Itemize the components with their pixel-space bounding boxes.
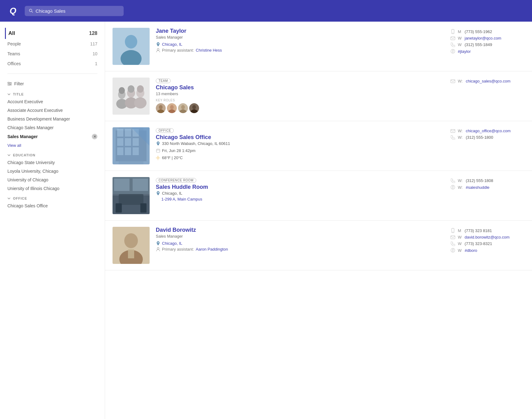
main-layout: All 128 People 117 Teams 10 Offices 1 — [0, 22, 532, 419]
key-role-avatar-2 — [167, 103, 177, 113]
conference-room-avatar — [113, 177, 150, 214]
office-weather-row: 68°F | 20°C — [156, 155, 444, 160]
meta-location-huddle: Chicago, IL — [156, 191, 444, 196]
contact-work-phone-jane-taylor: W (312) 555-1849 — [450, 42, 525, 47]
team-avatar — [113, 78, 150, 115]
remove-sales-manager-badge[interactable]: ✕ — [92, 134, 97, 139]
result-contact-chicago-sales-team: W: chicago_sales@qco.com — [450, 78, 525, 85]
filter-title-chicago-sales-manager[interactable]: Chicago Sales Manager — [0, 123, 105, 132]
team-badge: TEAM — [156, 78, 171, 83]
contact-email-office: W: chicago_office@qco.com — [450, 129, 525, 133]
svg-rect-50 — [125, 147, 131, 155]
filter-label: Filter — [14, 81, 24, 86]
svg-rect-49 — [117, 147, 123, 155]
location-icon-4 — [156, 241, 160, 246]
svg-rect-39 — [451, 80, 455, 83]
sidebar-people-label: People — [7, 41, 21, 46]
result-name-jane-taylor[interactable]: Jane Taylor — [156, 28, 444, 34]
svg-rect-44 — [125, 129, 131, 137]
skype-icon-3 — [450, 248, 455, 253]
phone-icon-4 — [450, 242, 455, 246]
filter-title-account-exec[interactable]: Account Executive — [0, 97, 105, 106]
key-roles-avatars — [156, 103, 444, 113]
result-main-jane-taylor: Jane Taylor Sales Manager Chicago, IL Pr… — [156, 28, 444, 53]
email-icon-2 — [450, 79, 455, 83]
result-meta-jane-taylor: Chicago, IL Primary assistant: Christine… — [156, 42, 444, 53]
sidebar-all-label: All — [8, 30, 15, 36]
result-sales-huddle-room: CONFERENCE ROOM Sales Huddle Room Chicag… — [105, 171, 532, 221]
sidebar-item-teams[interactable]: Teams 10 — [7, 49, 97, 59]
view-all-titles[interactable]: View all — [0, 141, 105, 150]
result-photo-chicago-sales-office — [113, 127, 150, 164]
meta-location-jane-taylor: Chicago, IL — [156, 42, 444, 47]
filter-edu-u-chicago[interactable]: University of Chicago — [0, 176, 105, 184]
svg-point-57 — [157, 157, 159, 159]
svg-point-12 — [157, 49, 159, 50]
sidebar-teams-label: Teams — [7, 51, 20, 56]
contact-skype-huddle: W: #saleshuddle — [450, 185, 525, 190]
app-logo: Q — [6, 4, 20, 18]
svg-rect-47 — [125, 138, 131, 146]
filter-edu-loyola[interactable]: Loyola University, Chicago — [0, 167, 105, 176]
filter-edu-chicago-state[interactable]: Chicago State University — [0, 158, 105, 167]
svg-point-6 — [10, 83, 11, 84]
result-chicago-sales-team: TEAM Chicago Sales 13 members KEY ROLES — [105, 71, 532, 121]
result-photo-chicago-sales-team — [113, 78, 150, 115]
sidebar-item-all[interactable]: All 128 — [5, 28, 97, 39]
result-title-david-borowitz: Sales Manager — [156, 234, 444, 239]
filter-row[interactable]: Filter — [0, 79, 105, 89]
email-icon-4 — [450, 235, 455, 239]
title-section-header[interactable]: TITLE — [0, 89, 105, 97]
svg-point-76 — [157, 248, 159, 249]
contact-email-chicago-sales: W: chicago_sales@qco.com — [450, 79, 525, 83]
search-input[interactable] — [36, 8, 119, 14]
search-bar[interactable] — [25, 6, 124, 16]
filter-edu-u-illinois[interactable]: Uniersity of Illinois Chicago — [0, 184, 105, 193]
result-name-chicago-sales[interactable]: Chicago Sales — [156, 84, 444, 91]
results-panel: Jane Taylor Sales Manager Chicago, IL Pr… — [105, 22, 532, 419]
mobile-icon-2 — [450, 228, 455, 233]
sidebar-offices-label: Offices — [7, 61, 21, 66]
result-jane-taylor: Jane Taylor Sales Manager Chicago, IL Pr… — [105, 22, 532, 71]
svg-point-0 — [29, 9, 32, 11]
office-section-header[interactable]: OFFICE — [0, 193, 105, 201]
svg-rect-70 — [133, 179, 148, 191]
person-icon-2 — [156, 247, 160, 252]
svg-point-25 — [128, 85, 134, 93]
result-name-chicago-sales-office[interactable]: Chicago Sales Office — [156, 134, 444, 141]
phone-icon-2 — [450, 135, 455, 140]
result-contact-chicago-sales-office: W: chicago_office@qco.com W: (312) 555-1… — [450, 127, 525, 142]
header: Q — [0, 0, 532, 22]
svg-point-28 — [159, 105, 163, 109]
result-name-sales-huddle-room[interactable]: Sales Huddle Room — [156, 184, 444, 190]
sidebar-item-offices[interactable]: Offices 1 — [7, 59, 97, 69]
svg-rect-65 — [119, 194, 143, 205]
filter-title-biz-dev-manager[interactable]: Business Development Manager — [0, 115, 105, 123]
filter-title-assoc-account-exec[interactable]: Associate Account Executive — [0, 106, 105, 115]
svg-point-31 — [170, 105, 174, 109]
result-photo-sales-huddle-room — [113, 177, 150, 214]
result-main-chicago-sales-office: OFFICE Chicago Sales Office 330 North Wa… — [156, 127, 444, 161]
chevron-down-icon-2 — [7, 154, 11, 156]
svg-rect-79 — [451, 236, 455, 239]
result-main-david-borowitz: David Borowitz Sales Manager Chicago, IL… — [156, 227, 444, 252]
result-photo-jane-taylor — [113, 28, 150, 65]
svg-rect-53 — [156, 149, 160, 152]
sidebar-offices-count: 1 — [95, 61, 97, 66]
filter-office-chicago-sales[interactable]: Chicago Sales Office — [0, 201, 105, 210]
email-icon-3 — [450, 129, 455, 133]
contact-skype-jane-taylor: #jtaylor — [450, 49, 525, 54]
education-section-header[interactable]: EDUCATION — [0, 150, 105, 158]
sidebar-item-people[interactable]: People 117 — [7, 39, 97, 49]
sidebar-people-count: 117 — [90, 41, 97, 46]
result-david-borowitz: David Borowitz Sales Manager Chicago, IL… — [105, 221, 532, 270]
result-title-jane-taylor: Sales Manager — [156, 35, 444, 40]
office-badge: OFFICE — [156, 128, 174, 133]
result-name-david-borowitz[interactable]: David Borowitz — [156, 227, 444, 233]
chevron-down-icon — [7, 93, 11, 95]
filter-title-sales-manager[interactable]: Sales Manager ✕ — [0, 132, 105, 141]
result-meta-david-borowitz: Chicago, IL Primary assistant: Aaron Pad… — [156, 241, 444, 252]
david-borowitz-avatar — [113, 227, 150, 264]
result-meta-sales-huddle-room: Chicago, IL 1-299 A, Main Campus — [156, 191, 444, 201]
calendar-icon — [156, 149, 160, 153]
